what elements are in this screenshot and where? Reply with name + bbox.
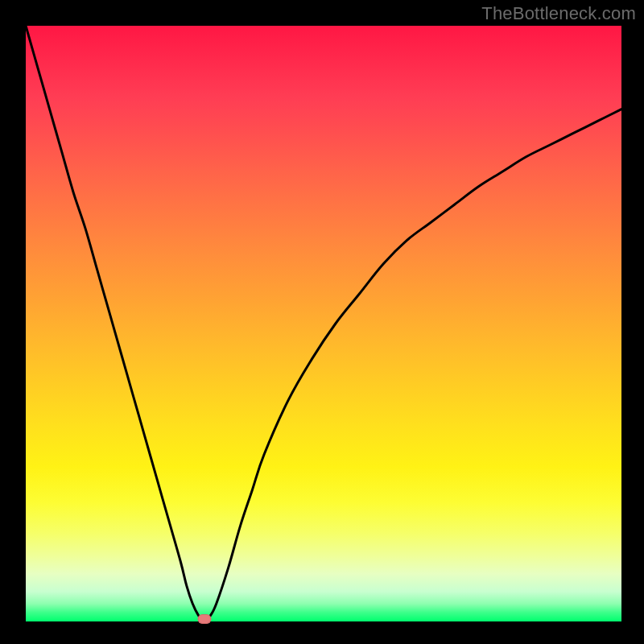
watermark-text: TheBottleneck.com [481,3,636,24]
chart-marker [198,614,212,624]
chart-curve-svg [26,26,621,621]
chart-stage: TheBottleneck.com [0,0,644,644]
curve-path [26,26,621,621]
